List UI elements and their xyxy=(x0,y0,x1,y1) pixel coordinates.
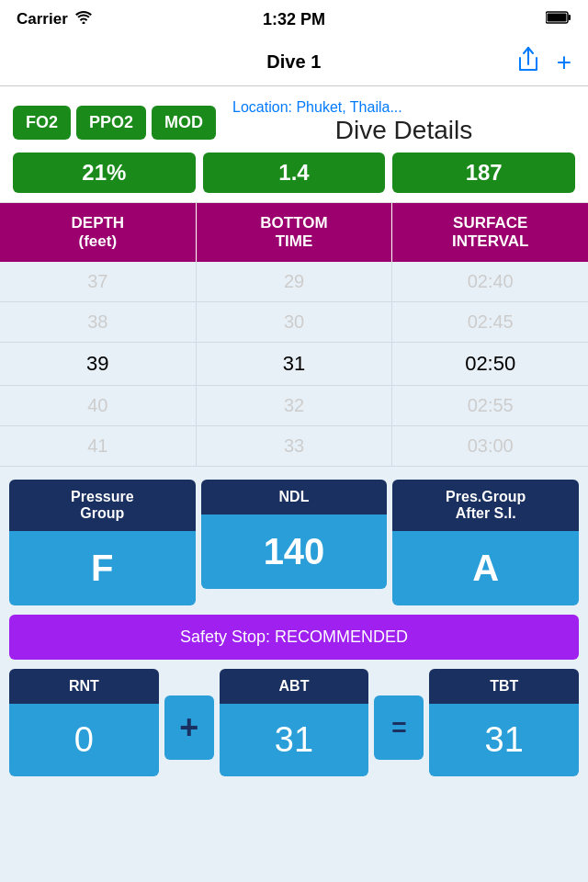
gas-section: FO2 PPO2 MOD Location: Phuket, Thaila...… xyxy=(0,86,588,203)
bt-row-selected[interactable]: 31 xyxy=(197,343,392,386)
tbt-label: TBT xyxy=(429,669,579,704)
tbt-value: 31 xyxy=(429,704,579,776)
pres-group-after-box: Pres.GroupAfter S.I. A xyxy=(392,480,579,605)
pres-group-after-label: Pres.GroupAfter S.I. xyxy=(392,480,579,531)
depth-row-next[interactable]: 40 xyxy=(0,386,196,426)
rnt-box: RNT 0 xyxy=(9,669,159,776)
add-button[interactable]: + xyxy=(557,50,571,75)
dive-details-title: Dive Details xyxy=(232,116,575,145)
surface-interval-header: SURFACEINTERVAL xyxy=(392,203,588,262)
depth-row-selected[interactable]: 39 xyxy=(0,343,196,386)
status-time: 1:32 PM xyxy=(263,10,325,29)
pressure-group-box: PressureGroup F xyxy=(9,480,196,605)
wifi-icon xyxy=(75,10,92,28)
bottom-panel: PressureGroup F NDL 140 Pres.GroupAfter … xyxy=(0,467,588,786)
depth-column[interactable]: 37 38 39 40 41 xyxy=(0,262,197,467)
surface-interval-column[interactable]: 02:40 02:45 02:50 02:55 03:00 xyxy=(392,262,588,467)
bottom-time-header: BOTTOMTIME xyxy=(197,203,393,262)
ndl-label: NDL xyxy=(201,480,388,514)
plus-symbol: + xyxy=(164,695,214,760)
nav-actions: + xyxy=(516,46,571,79)
nav-title: Dive 1 xyxy=(266,51,321,73)
safety-stop: Safety Stop: RECOMMENDED xyxy=(9,615,579,660)
si-row-selected[interactable]: 02:50 xyxy=(392,343,588,386)
bt-row-prev-prev[interactable]: 29 xyxy=(197,262,392,302)
abt-value: 31 xyxy=(220,704,369,776)
picker-headers: DEPTH(feet) BOTTOMTIME SURFACEINTERVAL xyxy=(0,203,588,262)
depth-row-prev-prev[interactable]: 37 xyxy=(0,262,196,302)
abt-label: ABT xyxy=(220,669,369,704)
depth-header: DEPTH(feet) xyxy=(0,203,197,262)
pressure-group-value: F xyxy=(9,531,196,605)
carrier-label: Carrier xyxy=(17,10,68,28)
depth-row-prev[interactable]: 38 xyxy=(0,302,196,343)
si-row-next[interactable]: 02:55 xyxy=(392,386,588,426)
si-row-next-next[interactable]: 03:00 xyxy=(392,426,588,467)
pressure-group-label: PressureGroup xyxy=(9,480,196,531)
nav-bar: Dive 1 + xyxy=(0,39,588,86)
ppo2-value[interactable]: 1.4 xyxy=(203,153,386,193)
depth-row-next-next[interactable]: 41 xyxy=(0,426,196,467)
picker-rows[interactable]: 37 38 39 40 41 29 30 31 32 33 02:40 02:4… xyxy=(0,262,588,467)
picker-section: DEPTH(feet) BOTTOMTIME SURFACEINTERVAL 3… xyxy=(0,203,588,467)
ppo2-label[interactable]: PPO2 xyxy=(76,106,146,140)
bt-row-next[interactable]: 32 xyxy=(197,386,392,426)
bottom-time-column[interactable]: 29 30 31 32 33 xyxy=(197,262,393,467)
svg-rect-2 xyxy=(548,14,567,22)
si-row-prev-prev[interactable]: 02:40 xyxy=(392,262,588,302)
rnt-label: RNT xyxy=(9,669,159,704)
ndl-box: NDL 140 xyxy=(201,480,388,605)
battery-icon xyxy=(546,11,571,28)
bt-row-prev[interactable]: 30 xyxy=(197,302,392,343)
rnt-section: RNT 0 + ABT 31 = TBT 31 xyxy=(9,669,579,776)
fo2-label[interactable]: FO2 xyxy=(13,106,71,140)
plus-operator: + xyxy=(164,669,214,776)
fo2-value[interactable]: 21% xyxy=(13,153,196,193)
tbt-box: TBT 31 xyxy=(429,669,579,776)
mod-label[interactable]: MOD xyxy=(152,106,216,140)
mod-value[interactable]: 187 xyxy=(392,153,575,193)
si-row-prev[interactable]: 02:45 xyxy=(392,302,588,343)
status-left: Carrier xyxy=(17,10,92,28)
status-bar: Carrier 1:32 PM xyxy=(0,0,588,39)
ndl-value: 140 xyxy=(201,514,388,589)
equals-symbol: = xyxy=(374,695,424,760)
share-button[interactable] xyxy=(516,46,540,79)
equals-operator: = xyxy=(374,669,424,776)
pres-group-after-value: A xyxy=(392,531,579,605)
rnt-value: 0 xyxy=(9,704,159,776)
svg-rect-1 xyxy=(569,15,571,20)
abt-box: ABT 31 xyxy=(220,669,369,776)
bt-row-next-next[interactable]: 33 xyxy=(197,426,392,467)
ndl-section: PressureGroup F NDL 140 Pres.GroupAfter … xyxy=(9,480,579,605)
location-label: Location: Phuket, Thaila... xyxy=(232,99,575,116)
